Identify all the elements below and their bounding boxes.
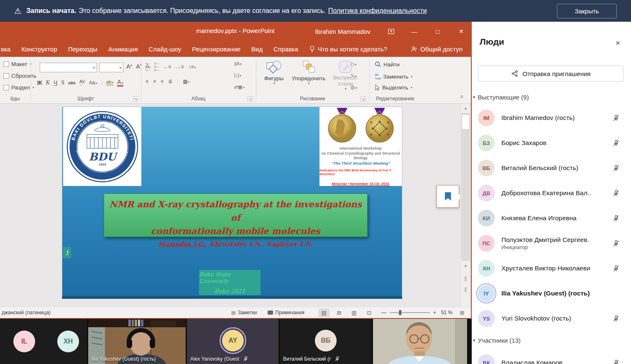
text-direction-button[interactable]: ||A▾ bbox=[234, 61, 242, 66]
send-invite-button[interactable]: Отправка приглашения bbox=[478, 66, 623, 81]
next-slide-button[interactable]: ∨∨ bbox=[461, 285, 470, 294]
slide-title-box[interactable]: NMR and X-ray crystallography at the inv… bbox=[104, 193, 368, 237]
maximize-button[interactable]: □ bbox=[432, 25, 444, 38]
arrange-button[interactable]: Упорядочить▾ bbox=[289, 60, 328, 85]
participant-row[interactable]: ВБ Виталий Бельский (гость) bbox=[472, 155, 631, 181]
shapes-button[interactable]: Фигуры▾ bbox=[260, 60, 288, 85]
participant-row[interactable]: БЗ Борис Захаров bbox=[472, 130, 631, 155]
align-center-button[interactable]: ≡ bbox=[153, 79, 156, 84]
paragraph-dialog-launcher[interactable]: ↘ bbox=[248, 96, 253, 102]
previous-slide-button[interactable]: ∧∧ bbox=[461, 274, 470, 283]
tab-perekhody[interactable]: Переходы bbox=[63, 41, 103, 57]
text-shadow-button[interactable]: S bbox=[61, 79, 64, 86]
tab-retsenzirovanie[interactable]: Рецензирование bbox=[186, 41, 246, 57]
font-dialog-launcher[interactable]: ↘ bbox=[133, 96, 138, 102]
bookmark-callout[interactable] bbox=[437, 185, 459, 208]
language-status[interactable]: джанский (латиница) bbox=[2, 310, 51, 316]
font-color-button[interactable]: А▾ bbox=[117, 79, 123, 87]
align-right-button[interactable]: ≡ bbox=[161, 79, 163, 84]
zoom-in-button[interactable]: + bbox=[433, 310, 436, 316]
grow-font-button[interactable]: А▴ bbox=[126, 63, 132, 70]
bold-button[interactable]: Ж bbox=[37, 79, 42, 86]
participant-row[interactable]: КИ Князева Елена Игоревна bbox=[472, 206, 631, 231]
numbering-button[interactable]: 1—2—3— bbox=[154, 62, 158, 72]
columns-button[interactable]: ▦▾ bbox=[183, 79, 189, 84]
avatar: КИ bbox=[478, 210, 495, 227]
reading-view-button[interactable]: ▥ bbox=[349, 308, 360, 317]
justify-button[interactable]: ≣ bbox=[168, 79, 172, 84]
privacy-policy-link[interactable]: Политика конфиденциальности bbox=[328, 7, 427, 14]
align-text-button[interactable]: [↕]▾ bbox=[234, 73, 241, 78]
participant-row[interactable]: ПС Полуэктов Дмитрий Сергеев. Инициатор bbox=[472, 231, 631, 256]
participant-row[interactable]: ХН Хрусталев Виктор Николаеви bbox=[472, 256, 631, 281]
ppt-title-bar[interactable]: mamedov.pptx - PowerPoint Ibrahim Mammad… bbox=[0, 22, 471, 41]
increase-indent-button[interactable]: →≡ bbox=[176, 64, 184, 70]
tell-me-box[interactable]: Что вы хотите сделать? bbox=[304, 46, 393, 53]
ribbon-display-icon[interactable] bbox=[385, 25, 397, 38]
replace-button[interactable]: ab↳ac Заменить▾ bbox=[375, 73, 413, 80]
scroll-up-arrow[interactable]: ▲ bbox=[461, 104, 470, 113]
shape-effects-button[interactable]: ◍▾ bbox=[350, 84, 357, 90]
zoom-slider[interactable] bbox=[390, 312, 430, 313]
account-name[interactable]: Ibrahim Mammadov bbox=[315, 28, 370, 35]
line-spacing-button[interactable]: ↕≡▾ bbox=[188, 64, 196, 70]
participant-row[interactable]: YS Yuri Slovokhotov (гость) bbox=[472, 306, 631, 331]
zoom-slider-thumb[interactable] bbox=[399, 310, 401, 315]
align-left-button[interactable]: ≡ bbox=[146, 79, 148, 84]
font-name-combo[interactable]: ▾ bbox=[40, 63, 97, 72]
participant-row[interactable]: IY Ilia Yakushev (Guest) (гость) bbox=[472, 281, 631, 306]
close-window-button[interactable]: × bbox=[455, 25, 468, 38]
presenters-section-header[interactable]: ▾ Выступающие (9) bbox=[472, 89, 631, 105]
minimize-button[interactable]: — bbox=[408, 25, 421, 38]
find-button[interactable]: Найти bbox=[375, 61, 400, 68]
italic-button[interactable]: К bbox=[46, 79, 50, 86]
shape-outline-button[interactable]: ✎▾ bbox=[350, 73, 357, 79]
collapse-ribbon-button[interactable]: ∧ bbox=[460, 94, 464, 99]
shape-fill-button[interactable]: ◇▾ bbox=[350, 61, 356, 67]
section-button[interactable]: Раздел▾ bbox=[3, 84, 34, 91]
banner-close-button[interactable]: Закрыть bbox=[557, 4, 617, 18]
normal-view-button[interactable]: ▤ bbox=[319, 308, 330, 317]
smartart-convert-button[interactable]: ⇄▦▾ bbox=[234, 84, 245, 90]
comments-toggle[interactable]: Примечания bbox=[268, 310, 304, 316]
video-tile-alex[interactable]: AY Alex Yanovsky (Guest bbox=[187, 319, 278, 364]
share-button[interactable]: Общий доступ bbox=[411, 46, 462, 53]
attendees-section-header[interactable]: ▾ Участники (13) bbox=[472, 332, 631, 349]
tab-animatsiya[interactable]: Анимация bbox=[103, 41, 143, 57]
notes-toggle[interactable]: ▤Заметки bbox=[231, 310, 257, 316]
change-case-button[interactable]: Aa▾ bbox=[89, 80, 97, 86]
tab-vid[interactable]: Вид bbox=[246, 41, 268, 57]
slide-sorter-view-button[interactable]: ⊞ bbox=[334, 308, 345, 317]
scroll-down-arrow[interactable]: ▼ bbox=[461, 262, 470, 271]
tab-slideshow[interactable]: Слайд-шоу bbox=[143, 41, 187, 57]
slide-canvas[interactable]: BAKI DÖVLƏT UNİVERSİTETİ BAKU STATE UNIV… bbox=[62, 107, 402, 299]
scroll-thumb[interactable] bbox=[462, 115, 470, 130]
tab-vstavka-cut[interactable]: вка bbox=[0, 41, 16, 57]
video-tile-vitaly[interactable]: ВБ Виталий Бельский (г bbox=[280, 319, 372, 364]
strikethrough-button[interactable]: abc bbox=[68, 80, 76, 85]
participant-row[interactable]: ВК Владислав Комаров bbox=[472, 350, 631, 364]
drawing-dialog-launcher[interactable]: ↘ bbox=[360, 96, 366, 102]
zoom-percent[interactable]: 51 % bbox=[441, 310, 452, 316]
video-tile-speaker2[interactable] bbox=[373, 319, 467, 364]
participant-row[interactable]: ДВ Доброхотова Екатерина Вал.. bbox=[472, 181, 631, 206]
slideshow-view-button[interactable]: ⊡ bbox=[364, 308, 375, 317]
slide-scrollbar[interactable]: ▲ ▼ ∧∧ ∨∨ bbox=[460, 104, 470, 307]
highlight-button[interactable]: ab▾ bbox=[106, 79, 113, 86]
close-people-panel-icon[interactable]: × bbox=[616, 38, 620, 48]
zoom-out-button[interactable]: — bbox=[381, 310, 386, 316]
video-tile-grouped[interactable]: IL XH bbox=[0, 319, 87, 364]
layout-button[interactable]: Макет▾ bbox=[3, 61, 31, 67]
underline-button[interactable]: Ч bbox=[54, 79, 57, 86]
fit-slide-button[interactable]: ⊞ bbox=[457, 308, 468, 317]
tab-konstruktor[interactable]: Конструктор bbox=[16, 41, 63, 57]
font-size-combo[interactable]: ▾ bbox=[99, 63, 123, 72]
video-tile-ilia[interactable]: Ilia Yakushev (Guest) (гость) bbox=[88, 319, 186, 364]
tab-spravka[interactable]: Справка bbox=[268, 41, 304, 57]
decrease-indent-button[interactable]: ←≡ bbox=[163, 64, 171, 70]
select-button[interactable]: Выделить▾ bbox=[375, 84, 412, 91]
bullets-button[interactable]: •—•—•— bbox=[146, 62, 149, 72]
character-spacing-button[interactable]: AV↔ bbox=[79, 79, 85, 87]
participant-row[interactable]: IM Ibrahim Mamedov (гость) bbox=[472, 105, 631, 130]
reset-button[interactable]: Сбросить bbox=[3, 73, 36, 79]
